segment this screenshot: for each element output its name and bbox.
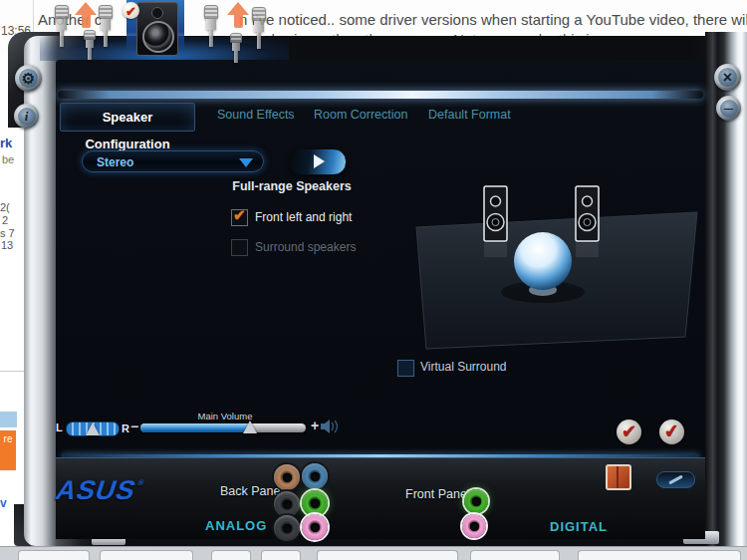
spdif-module-icon[interactable]: [606, 464, 631, 490]
rca-plug-icon: [99, 5, 113, 47]
page-fragment: v: [0, 496, 7, 510]
speaker-volume-icon: [321, 420, 339, 433]
surround-speakers-label: Surround speakers: [255, 240, 356, 254]
toolbar-button[interactable]: [18, 550, 90, 560]
volume-minus[interactable]: −: [130, 419, 138, 434]
page-fragment: 2(: [0, 201, 10, 213]
back-jack-blue[interactable]: [302, 463, 328, 489]
play-icon: [314, 154, 325, 168]
tab-speaker-configuration[interactable]: Speaker Configuration: [60, 103, 195, 132]
back-jack-green[interactable]: [302, 490, 328, 516]
page-divider: [0, 371, 26, 372]
up-arrow-icon: [75, 2, 97, 28]
toolbar-button[interactable]: [578, 550, 741, 560]
tab-sound-effects[interactable]: Sound Effects: [217, 108, 295, 122]
info-icon: i: [18, 108, 36, 126]
back-jack-gray-top[interactable]: [274, 491, 300, 517]
toolbar-button[interactable]: [211, 550, 251, 560]
up-arrow-icon: [227, 2, 249, 28]
back-jack-orange[interactable]: [274, 464, 300, 490]
forum-post-text-end: n I've noticed.. some driver versions wh…: [239, 11, 747, 28]
page-orange-button[interactable]: re: [0, 430, 16, 470]
tab-default-format[interactable]: Default Format: [428, 108, 511, 122]
back-jack-gray-bottom[interactable]: [274, 515, 300, 541]
tab-room-correction[interactable]: Room Correction: [314, 108, 407, 122]
apply-button[interactable]: ✔: [659, 420, 684, 444]
rca-plug-icon: [55, 5, 69, 47]
close-icon: ×: [718, 68, 737, 87]
minimize-button[interactable]: —: [716, 96, 741, 121]
confirm-button[interactable]: ✔: [617, 420, 641, 444]
channel-mode-value: Stereo: [97, 155, 133, 169]
red-check-icon: ✔: [622, 421, 636, 441]
back-panel-label: Back Panel: [220, 484, 283, 498]
page-fragment: rk: [0, 136, 12, 150]
virtual-surround-checkbox[interactable]: [397, 360, 414, 377]
front-panel-label: Front Panel: [405, 487, 470, 501]
toolbar-button[interactable]: [100, 550, 193, 560]
surround-speakers-checkbox[interactable]: [231, 239, 248, 256]
rca-plug-icon: [84, 30, 96, 60]
asus-logo: ASUS®: [52, 475, 147, 506]
virtual-surround-label: Virtual Surround: [420, 360, 507, 374]
volume-thumb[interactable]: [243, 420, 257, 433]
settings-wrench-button[interactable]: [656, 471, 695, 488]
toolbar-button[interactable]: [470, 550, 560, 560]
settings-button[interactable]: ⚙: [15, 65, 42, 92]
balance-left-label: L: [56, 421, 63, 433]
rca-plug-icon: [252, 7, 266, 49]
chevron-down-icon: [239, 158, 253, 167]
test-play-button[interactable]: [289, 148, 347, 175]
page-fragment: s 7: [0, 227, 15, 239]
browser-toolbar: [0, 546, 747, 560]
toolbar-button[interactable]: [317, 550, 458, 560]
listener-sphere: [514, 232, 572, 290]
audio-center-screen: Speaker Configuration Sound Effects Room…: [56, 60, 705, 538]
left-speaker-icon: [484, 186, 507, 257]
digital-label: DIGITAL: [550, 519, 608, 534]
main-volume-slider[interactable]: [140, 423, 306, 432]
glow-divider: [58, 91, 703, 99]
main-volume-label: Main Volume: [175, 411, 275, 421]
volume-fill: [140, 423, 250, 432]
toolbar-button[interactable]: [261, 550, 301, 560]
front-jack-green[interactable]: [464, 489, 488, 513]
wrench-icon: [668, 475, 683, 485]
red-check-icon: ✔: [662, 419, 680, 445]
right-speaker-icon: [576, 186, 599, 257]
close-button[interactable]: ×: [714, 64, 741, 91]
check-icon: ✔: [233, 206, 246, 224]
fullrange-speakers-label: Full-range Speakers: [227, 179, 357, 193]
balance-right-label: R: [122, 422, 129, 434]
front-left-right-label: Front left and right: [255, 210, 352, 224]
front-jack-pink[interactable]: [462, 514, 486, 538]
page-fragment: 2: [2, 214, 8, 226]
minimize-icon: —: [720, 100, 738, 118]
red-check-badge-icon: ✔: [123, 2, 139, 19]
rca-plug-icon: [230, 33, 242, 63]
volume-plus[interactable]: +: [311, 418, 319, 433]
speaker-device-icon: [136, 2, 178, 56]
page-thumbnail: [0, 412, 17, 427]
back-jack-pink[interactable]: [302, 514, 328, 540]
balance-thumb[interactable]: [86, 422, 100, 435]
front-left-right-checkbox[interactable]: ✔: [231, 209, 248, 226]
page-fragment: 13: [1, 239, 13, 251]
gear-icon: ⚙: [19, 69, 38, 88]
analog-label: ANALOG: [205, 518, 267, 533]
balance-slider[interactable]: [66, 421, 120, 436]
page-fragment: be: [2, 153, 14, 165]
rca-plug-icon: [204, 5, 218, 47]
info-button[interactable]: i: [14, 104, 39, 129]
channel-mode-select[interactable]: Stereo: [82, 150, 264, 172]
selected-device-panel[interactable]: ✔: [126, 0, 184, 58]
